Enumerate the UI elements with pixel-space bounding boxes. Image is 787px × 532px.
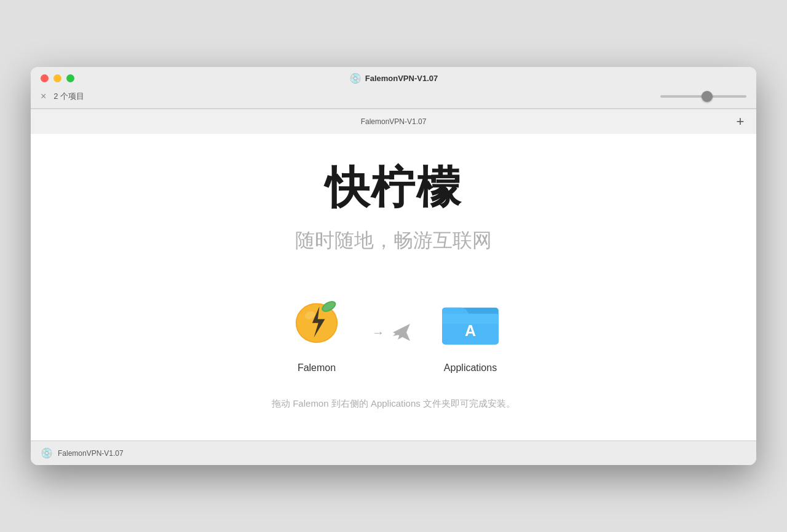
svg-text:A: A — [465, 322, 476, 339]
item-count-label: 2 个项目 — [53, 91, 84, 102]
drag-arrows: → — [372, 319, 415, 346]
install-area: Falemon → — [68, 291, 719, 374]
source-app-item: Falemon — [286, 291, 347, 374]
install-note: 拖动 Falemon 到右侧的 Applications 文件夹即可完成安装。 — [68, 398, 719, 410]
app-subtitle: 随时随地，畅游互联网 — [68, 227, 719, 254]
title-disk-icon: 💿 — [349, 72, 362, 84]
applications-icon-container: A — [440, 291, 501, 353]
bottom-bar: 💿 FalemonVPN-V1.07 — [31, 440, 756, 465]
airplane-icon — [388, 319, 415, 346]
window-controls — [41, 74, 74, 82]
dest-app-item: A Applications — [440, 291, 501, 374]
bottom-disk-icon: 💿 — [41, 447, 53, 459]
dest-label: Applications — [444, 362, 497, 374]
path-label: FalemonVPN-V1.07 — [55, 117, 732, 126]
zoom-slider[interactable] — [660, 95, 746, 98]
close-x-button[interactable]: × — [41, 92, 46, 101]
zoom-slider-container — [660, 95, 746, 98]
bottom-label: FalemonVPN-V1.07 — [58, 449, 124, 458]
source-label: Falemon — [298, 362, 336, 374]
window-title: FalemonVPN-V1.07 — [365, 74, 438, 83]
window-title-area: 💿 FalemonVPN-V1.07 — [349, 72, 438, 84]
toolbar-left: × 2 个项目 — [41, 91, 84, 102]
add-button[interactable]: + — [732, 113, 749, 130]
app-title: 快柠檬 — [68, 158, 719, 217]
minimize-button[interactable] — [53, 74, 61, 82]
path-bar: FalemonVPN-V1.07 + — [31, 109, 756, 134]
title-bar-top: 💿 FalemonVPN-V1.07 — [41, 74, 746, 82]
falemon-icon-container — [286, 291, 347, 353]
main-content: 快柠檬 随时随地，畅游互联网 — [31, 134, 756, 440]
applications-folder-icon: A — [440, 294, 501, 350]
maximize-button[interactable] — [66, 74, 74, 82]
close-button[interactable] — [41, 74, 49, 82]
toolbar: × 2 个项目 — [41, 87, 746, 108]
app-window: 💿 FalemonVPN-V1.07 × 2 个项目 FalemonVPN-V1… — [31, 67, 756, 465]
arrow-right-1: → — [372, 326, 384, 340]
falemon-app-icon — [289, 294, 344, 350]
title-bar: 💿 FalemonVPN-V1.07 × 2 个项目 — [31, 67, 756, 109]
